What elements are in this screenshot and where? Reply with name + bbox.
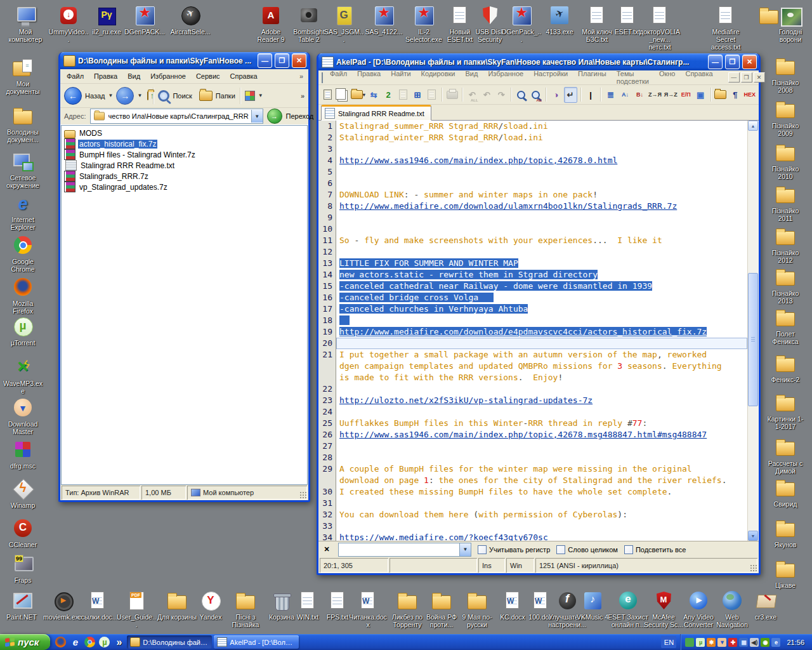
file-row-mods[interactable]: MODS [63,128,306,138]
hex-edit-button[interactable]: HEX [743,87,756,103]
sort-asc-button[interactable]: А↓ [619,87,632,103]
find-input[interactable]: ▼ [338,543,471,557]
menu-item-файл[interactable]: Файл [62,70,89,82]
match-case-checkbox[interactable]: Учитывать регистр [478,545,550,554]
address-dropdown-button[interactable]: ▼ [251,110,263,123]
chrome-quicklaunch-icon[interactable] [84,637,95,647]
desktop-icon-vkmusic-4[interactable]: VKMusic 4 [572,590,613,621]
desktop-icon-mozilla-firefox[interactable]: Mozilla Firefox [3,277,43,315]
desktop-icon-ummyvideo[interactable]: UmmyVideo... [48,5,89,43]
scroll-thumb[interactable] [748,273,758,406]
desktop-icon-google-chrome[interactable]: Google Chrome [3,235,43,273]
download-master-tray-icon[interactable]: ▼ [717,638,726,647]
back-button[interactable]: ← [64,87,82,105]
menu-item-правка[interactable]: Правка [352,68,386,87]
menu-item-избранное[interactable]: Избранное [145,70,191,82]
desktop-icon-мой-компьютер[interactable]: Мой компьютер [5,5,46,43]
codepage-button[interactable]: ◑ [549,87,563,103]
document-icon[interactable] [322,72,323,83]
desktop-icon-cr3-exe[interactable]: cr3.exe [745,590,786,621]
menu-item-настройки[interactable]: Настройки [528,68,573,87]
replace-button[interactable]: АБ [529,87,542,103]
scroll-down-button[interactable]: ▼ [748,531,758,541]
desktop-icon-пізнайко-2010[interactable]: Пізнайко 2010 [765,142,806,180]
desktop-icon-цікаве[interactable]: Цікаве [765,559,806,589]
menu-item-кодировки[interactable]: Кодировки [416,68,461,87]
desktop-icon-il2-ru-exe[interactable]: il2_ru.exe [86,5,127,36]
address-input[interactable]: чество Ила\Новые карты\Сталинград_RRR ▼ [90,109,263,124]
desktop-icon-sas-4122[interactable]: SAS_4122... [363,5,404,36]
minimize-button[interactable]: — [258,53,272,68]
highlight-all-checkbox[interactable]: Подсветить все [624,545,686,554]
save-all-button[interactable]: ⊞ [410,87,424,103]
desktop-icon-eset-захист-онлайн-п[interactable]: ESET Захист онлайн п... [608,590,648,628]
up-button[interactable]: ↑ [147,92,148,100]
sort-desc-button[interactable]: В↓ [633,87,646,103]
menu-item-справка[interactable]: Справка [680,68,717,87]
file-row-bumph-files-stalingrad-winter-7z[interactable]: BumpH files - Stalingrad Winter.7z [63,149,306,160]
mdi-minimize-button[interactable]: — [728,72,740,83]
desktop-icon-феникс-2[interactable]: Феникс-2 [765,353,806,383]
layout-switch-button[interactable]: Е/П [679,87,693,103]
desktop-icon-война-рф-проти[interactable]: Война РФ проти... [421,590,462,628]
desktop-icon-пізнайко-2013[interactable]: Пізнайко 2013 [765,267,806,305]
word-wrap-button[interactable]: ↵ [564,87,577,103]
close-button[interactable]: ✕ [292,53,306,68]
find-button[interactable] [514,87,528,103]
desktop-icon-dfrg-msc[interactable]: dfrg.msc [3,439,43,470]
menu-overflow-chevron[interactable]: » [296,72,307,80]
file-list[interactable]: MODSactors_historical_fix.7zBumpH files … [61,125,308,485]
views-icon[interactable] [245,91,255,101]
open-folder-button[interactable]: ▾ [350,87,366,103]
desktop-icon-пізнайко-2009[interactable]: Пізнайко 2009 [765,99,806,137]
whole-word-checkbox[interactable]: Слово целиком [556,545,618,554]
desktop-icon-ccleaner[interactable]: CCleaner [3,518,43,548]
go-label[interactable]: Переход [286,112,314,120]
desktop-icon-dgenpack[interactable]: DGenPACK... [124,5,165,36]
explorer-titlebar[interactable]: D:\Володины файлы и папки\SkyFan\Новое .… [60,52,308,69]
desktop-icon-9-мая-по-русски[interactable]: 9 Мая по-русски [457,590,497,628]
menu-item-вид[interactable]: Вид [461,68,483,87]
menu-item-темы-подсветки[interactable]: Темы подсветки [612,68,654,87]
desktop-icon-якунов[interactable]: Якунов [765,518,806,548]
safely-remove-tray-icon[interactable] [685,638,694,647]
tab-stalingrad-readme[interactable]: Stalingrad RRR Readme.txt [321,105,431,121]
task-button-akelpad-d-володи[interactable]: AkelPad - [D:\Володи... [214,635,299,649]
forward-dropdown-icon[interactable]: ▼ [137,93,142,98]
eset-tray-icon[interactable]: e [771,638,780,647]
toolbar-overflow-chevron[interactable]: » [301,92,304,100]
template-window-button[interactable]: ▣ [694,87,707,103]
back-dropdown-icon[interactable]: ▼ [108,93,114,98]
desktop-icon-il-2-selector-exe[interactable]: IL-2 Selector.exe [403,5,444,43]
desktop-icon-голодні-ворони[interactable]: Голодні ворони [770,5,811,43]
desktop-icon-internet-explorer[interactable]: Internet Explorer [3,193,43,231]
menu-item-справка[interactable]: Справка [225,70,263,82]
menu-item-плагины[interactable]: Плагины [573,68,612,87]
find-dropdown-button[interactable]: ▼ [459,543,471,556]
views-dropdown-icon[interactable]: ▼ [258,93,263,98]
menu-item-найти[interactable]: Найти [386,68,416,87]
save-as-button[interactable] [425,87,438,103]
forward-button[interactable]: → [116,87,134,105]
file-row-actors-historical-fix-7z[interactable]: actors_historical_fix.7z [63,138,306,149]
language-indicator[interactable]: EN [661,636,676,648]
desktop-icon-wavemp3-exe[interactable]: WaveMP3.exe [3,357,43,395]
desktop-icon-мои-документы[interactable]: Мои документы [3,57,43,95]
list-button[interactable]: ≣ [604,87,617,103]
desktop-icon-paint-net[interactable]: Paint.NET [1,590,42,621]
menu-item-избранное[interactable]: Избранное [483,68,528,87]
maximize-button[interactable]: ❐ [275,53,289,68]
utorrent-tray-icon[interactable]: µ [696,638,705,647]
reopen-button[interactable]: ⇆ [367,87,381,103]
desktop-icon-sas-jsgm[interactable]: SAS_JSGM... [324,5,364,43]
folders-label[interactable]: Папки [216,92,235,100]
menu-item-файл[interactable]: Файл [325,68,352,87]
translit-to-ru-button[interactable]: Z→Я [648,87,662,103]
desktop-icon-сетевое-окружение[interactable]: Сетевое окружение [3,151,43,189]
menu-item-окно[interactable]: Окно [654,68,681,87]
desktop-icon-пісні-з-пізнайка[interactable]: Пісні з Пізнайка [225,590,266,628]
desktop-icon-пізнайко-2008[interactable]: Пізнайко 2008 [765,56,806,94]
desktop-icon-torrent[interactable]: µTorrent [3,316,43,347]
caret-button[interactable]: | [584,87,598,103]
desktop-icon-картинки-1-1-2017[interactable]: Картинки 1-1-2017 [765,392,806,430]
